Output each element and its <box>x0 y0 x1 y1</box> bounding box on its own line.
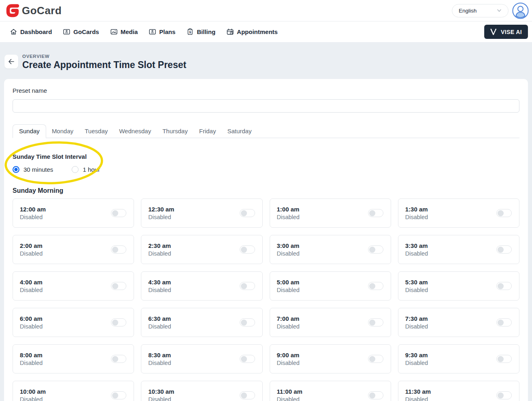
radio-option-30-minutes[interactable]: 30 minutes <box>13 166 53 173</box>
slot-time: 5:30 am <box>405 279 428 286</box>
slot-text: 9:00 amDisabled <box>277 352 300 366</box>
tab-saturday[interactable]: Saturday <box>221 124 257 138</box>
day-tabs: SundayMondayTuesdayWednesdayThursdayFrid… <box>13 124 519 138</box>
slot-text: 6:30 amDisabled <box>148 315 171 330</box>
nav-item-gocards[interactable]: GoCards <box>63 28 99 36</box>
nav-item-appointments[interactable]: Appointments <box>226 28 278 36</box>
slot-toggle-off[interactable] <box>111 318 126 326</box>
radio-unselected-icon[interactable] <box>72 166 79 173</box>
user-avatar-icon[interactable] <box>512 2 529 19</box>
slot-text: 5:00 amDisabled <box>277 279 300 293</box>
slot-time: 3:00 am <box>277 242 300 249</box>
nav-item-billing[interactable]: $Billing <box>186 28 215 36</box>
slot-toggle-off[interactable] <box>240 391 255 399</box>
vise-ai-button[interactable]: VISE AI <box>484 25 528 39</box>
arrow-left-icon <box>7 58 15 66</box>
tab-tuesday[interactable]: Tuesday <box>79 124 113 138</box>
nav-item-label: Plans <box>159 28 175 35</box>
slot-toggle-off[interactable] <box>240 209 255 217</box>
back-button[interactable] <box>4 55 18 68</box>
slot-text: 8:00 amDisabled <box>20 352 43 366</box>
slot-toggle-off[interactable] <box>240 355 255 363</box>
main-nav: DashboardGoCardsMediaPlans$BillingAppoin… <box>0 21 532 42</box>
slot-toggle-off[interactable] <box>368 318 383 326</box>
slot-status: Disabled <box>148 250 171 257</box>
slot-text: 12:00 amDisabled <box>20 206 46 220</box>
tab-monday[interactable]: Monday <box>46 124 79 138</box>
time-slot-card: 4:30 amDisabled <box>141 271 262 301</box>
time-slot-grid: 12:00 amDisabled12:30 amDisabled1:00 amD… <box>13 198 519 401</box>
slot-toggle-off[interactable] <box>111 355 126 363</box>
slot-text: 3:30 amDisabled <box>405 242 428 257</box>
slot-text: 2:30 amDisabled <box>148 242 171 257</box>
slot-time: 11:30 am <box>405 388 431 395</box>
tab-friday[interactable]: Friday <box>194 124 222 138</box>
brand-logo[interactable]: GoCard <box>6 2 62 19</box>
slot-toggle-off[interactable] <box>368 355 383 363</box>
slot-text: 1:00 amDisabled <box>277 206 300 220</box>
slot-toggle-off[interactable] <box>240 282 255 290</box>
preset-name-input[interactable] <box>13 99 519 113</box>
slot-time: 7:00 am <box>277 315 300 322</box>
slot-status: Disabled <box>20 250 43 257</box>
slot-toggle-off[interactable] <box>496 318 512 326</box>
slot-toggle-off[interactable] <box>368 245 383 254</box>
slot-toggle-off[interactable] <box>496 209 512 217</box>
radio-selected-icon[interactable] <box>13 166 19 173</box>
slot-time: 10:30 am <box>148 388 174 395</box>
time-slot-card: 5:00 amDisabled <box>270 271 391 301</box>
language-selector[interactable]: English <box>452 4 509 17</box>
slot-time: 9:00 am <box>277 352 300 358</box>
slot-toggle-off[interactable] <box>496 245 512 254</box>
tab-thursday[interactable]: Thursday <box>157 124 194 138</box>
slot-status: Disabled <box>277 360 300 366</box>
time-slot-card: 4:00 amDisabled <box>13 271 134 301</box>
radio-label: 1 hour <box>83 166 100 173</box>
slot-time: 9:30 am <box>405 352 428 358</box>
slot-text: 5:30 amDisabled <box>405 279 428 293</box>
slot-toggle-off[interactable] <box>240 245 255 254</box>
radio-option-1-hour[interactable]: 1 hour <box>72 166 100 173</box>
nav-item-plans[interactable]: Plans <box>149 28 175 36</box>
time-slot-card: 8:30 amDisabled <box>141 344 262 373</box>
home-icon <box>10 28 17 36</box>
slot-status: Disabled <box>277 396 302 401</box>
slot-status: Disabled <box>148 214 174 220</box>
slot-toggle-off[interactable] <box>496 355 512 363</box>
page-title: Create Appointment Time Slot Preset <box>22 60 186 70</box>
breadcrumb: OVERVIEW <box>22 54 186 59</box>
section-heading: Sunday Morning <box>13 187 519 194</box>
slot-time: 11:00 am <box>277 388 302 395</box>
slot-text: 11:30 amDisabled <box>405 388 431 401</box>
time-slot-card: 3:00 amDisabled <box>270 235 391 264</box>
slot-toggle-off[interactable] <box>111 391 126 399</box>
slot-status: Disabled <box>148 360 171 366</box>
interval-heading: Sunday Time Slot Interval <box>13 153 519 160</box>
time-slot-card: 10:30 amDisabled <box>141 381 262 401</box>
slot-status: Disabled <box>148 396 174 401</box>
tab-wednesday[interactable]: Wednesday <box>113 124 157 138</box>
nav-item-label: Billing <box>197 28 215 35</box>
nav-item-media[interactable]: Media <box>110 28 138 36</box>
slot-toggle-off[interactable] <box>240 318 255 326</box>
slot-toggle-off[interactable] <box>111 282 126 290</box>
slot-text: 10:30 amDisabled <box>148 388 174 401</box>
time-slot-card: 5:30 amDisabled <box>398 271 519 301</box>
slot-toggle-off[interactable] <box>368 209 383 217</box>
time-slot-card: 2:30 amDisabled <box>141 235 262 264</box>
nav-item-dashboard[interactable]: Dashboard <box>10 28 52 36</box>
slot-status: Disabled <box>405 360 428 366</box>
slot-toggle-off[interactable] <box>111 245 126 254</box>
time-slot-card: 6:00 amDisabled <box>13 308 134 337</box>
time-slot-card: 9:00 amDisabled <box>270 344 391 373</box>
radio-label: 30 minutes <box>23 166 53 173</box>
slot-toggle-off[interactable] <box>111 209 126 217</box>
slot-toggle-off[interactable] <box>496 391 512 399</box>
slot-toggle-off[interactable] <box>368 282 383 290</box>
slot-time: 8:30 am <box>148 352 171 358</box>
slot-status: Disabled <box>20 396 46 401</box>
slot-toggle-off[interactable] <box>368 391 383 399</box>
tab-sunday[interactable]: Sunday <box>13 124 46 138</box>
slot-toggle-off[interactable] <box>496 282 512 290</box>
slot-text: 4:00 amDisabled <box>20 279 43 293</box>
